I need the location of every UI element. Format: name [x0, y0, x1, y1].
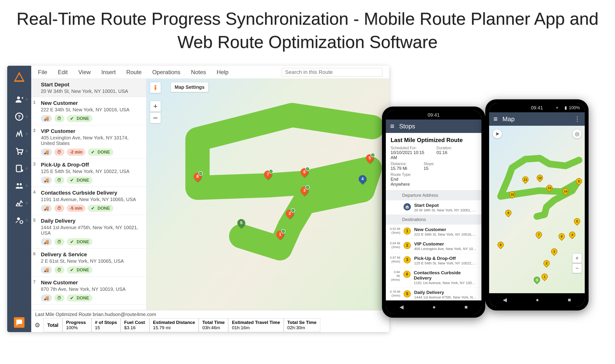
stop-item[interactable]: 2VIP Customer405 Lexington Ave, New York…: [31, 125, 146, 159]
phone2-map[interactable]: ➤ ◎ + − S1234567891011121314E: [489, 126, 585, 293]
recents-icon[interactable]: ■: [465, 304, 468, 310]
back-icon[interactable]: ◀: [503, 297, 507, 303]
map-marker-5[interactable]: 5✓: [366, 154, 374, 164]
nav-add-user-icon[interactable]: [14, 94, 25, 105]
map-marker-3[interactable]: 3✓: [301, 187, 308, 197]
nav-team-icon[interactable]: [14, 181, 25, 191]
phone-marker-8[interactable]: 8: [498, 242, 504, 250]
nav-analytics-icon[interactable]: [14, 198, 25, 208]
phone-marker-E[interactable]: E: [576, 178, 582, 186]
stop-name: Start Depot: [36, 82, 142, 88]
menu-file[interactable]: File: [38, 69, 47, 76]
phone-marker-14[interactable]: 14: [562, 188, 569, 196]
stop-address: 1191 1st Avenue, New York, NY 10065, USA: [36, 197, 142, 202]
footer-gear-icon[interactable]: ⚙: [31, 318, 43, 332]
phone-marker-6[interactable]: 6: [559, 233, 565, 241]
phone-stop-item[interactable]: 0.64 Mi(3min)2VIP Customer405 Lexington …: [386, 239, 481, 253]
phone-marker-12[interactable]: 12: [537, 175, 543, 183]
svg-text:?: ?: [18, 114, 21, 119]
delay-badge: -5 min: [67, 205, 85, 212]
vehicle-badge: 🚚: [41, 294, 52, 302]
route-meta: Scheduled For:10/10/2021 10:15 AM Durati…: [386, 146, 481, 191]
phone-marker-13[interactable]: 13: [546, 185, 553, 193]
stop-name: Pick-Up & Drop-Off: [36, 162, 142, 168]
svg-point-8: [21, 170, 23, 172]
ontime-badge: ⏱: [54, 266, 64, 273]
phone2-title: Map: [503, 116, 515, 123]
phone-marker-2[interactable]: 2: [543, 260, 550, 268]
map-marker-4[interactable]: 4: [359, 175, 366, 185]
app-logo: [13, 71, 26, 84]
phone1-stops-list[interactable]: Departure Address🏠Start Depot20 W 34th S…: [386, 191, 481, 300]
menu-edit[interactable]: Edit: [58, 69, 68, 76]
done-badge: DONE: [67, 115, 93, 122]
home-icon[interactable]: ●: [432, 304, 436, 310]
stop-item[interactable]: 4Contactless Curbside Delivery1191 1st A…: [31, 187, 146, 215]
zoom-in-button[interactable]: +: [572, 253, 582, 263]
phone-marker-S[interactable]: S: [534, 277, 540, 285]
stop-item[interactable]: 1New Customer222 E 34th St, New York, NY…: [31, 97, 146, 125]
phone-stop-item[interactable]: 🏠Start Depot20 W 34th St, New York, NY 1…: [386, 200, 481, 215]
menu-view[interactable]: View: [78, 69, 91, 76]
stop-item[interactable]: 6Delivery & Service2 E 61st St, New York…: [31, 248, 146, 277]
stop-address: 870 7th Ave, New York, NY 10019, USA: [36, 286, 142, 292]
phone-marker-10[interactable]: 10: [509, 191, 515, 199]
pegman-icon[interactable]: [150, 82, 161, 93]
map-marker-6[interactable]: 6✓: [301, 168, 308, 178]
menu-route[interactable]: Route: [126, 69, 142, 76]
svg-point-12: [20, 221, 23, 224]
overflow-icon[interactable]: ⋮: [574, 116, 580, 123]
total-label: Total: [43, 318, 62, 332]
phone-marker-11[interactable]: 11: [522, 176, 529, 184]
stop-name: New Customer: [36, 280, 142, 286]
phone-stop-item[interactable]: 0.94 Mi(4min)4Contactless Curbside Deliv…: [386, 268, 481, 287]
stop-item[interactable]: 3Pick-Up & Drop-Off125 E 54th St, New Yo…: [31, 159, 146, 187]
menu-notes[interactable]: Notes: [191, 69, 206, 76]
map-marker-8[interactable]: 8✓: [194, 173, 201, 183]
stop-item[interactable]: 7New Customer870 7th Ave, New York, NY 1…: [31, 277, 146, 305]
stops-list[interactable]: Start Depot20 W 34th St, New York, NY 10…: [31, 79, 147, 310]
phone-stop-item[interactable]: 0.78 Mi(3min)5Daily Delivery1444 1st Ave…: [386, 287, 481, 300]
search-input[interactable]: [282, 68, 383, 77]
phone-marker-3[interactable]: 3: [551, 248, 557, 257]
web-map[interactable]: Map Settings + − S1✓2✓3✓45✓6✓7✓8✓: [147, 79, 389, 310]
map-marker-2[interactable]: 2✓: [286, 210, 294, 220]
zoom-out-button[interactable]: −: [150, 112, 161, 123]
map-marker-S[interactable]: S: [237, 219, 245, 229]
phone1-header: ≡ Stops: [386, 119, 481, 133]
zoom-out-button[interactable]: −: [572, 263, 582, 273]
map-settings-button[interactable]: Map Settings: [171, 82, 208, 92]
map-marker-7[interactable]: 7✓: [264, 171, 272, 181]
nav-user-settings-icon[interactable]: [14, 215, 25, 226]
back-icon[interactable]: ◀: [399, 304, 404, 310]
phone-marker-4[interactable]: 4: [569, 232, 575, 240]
menu-operations[interactable]: Operations: [152, 69, 180, 76]
menu-help[interactable]: Help: [217, 69, 229, 76]
phone-marker-9[interactable]: 9: [505, 210, 511, 218]
recents-icon[interactable]: ■: [568, 297, 571, 303]
menu-insert[interactable]: Insert: [101, 69, 116, 76]
phone-stop-item[interactable]: 0.52 Mi(3min)1New Customer222 E 34th St,…: [386, 225, 481, 239]
stop-address: 405 Lexington Ave, New York, NY 10174, U…: [36, 135, 142, 146]
hamburger-icon[interactable]: ≡: [493, 115, 498, 123]
stop-item[interactable]: 5Daily Delivery1444 1st Avenue #75th, Ne…: [31, 215, 146, 248]
phone-marker-5[interactable]: 5: [574, 218, 580, 226]
phone-marker-7[interactable]: 7: [536, 232, 542, 240]
nav-routes-icon[interactable]: [14, 129, 25, 139]
phone1-statusbar: 09:41: [386, 110, 481, 119]
nav-addressbook-icon[interactable]: [14, 163, 25, 174]
total-cell: # of Stops15: [91, 318, 121, 332]
phone-marker-1[interactable]: 1: [542, 273, 548, 282]
phone1-title: Stops: [399, 123, 415, 130]
nav-orders-icon[interactable]: [14, 146, 25, 156]
home-icon[interactable]: ●: [536, 297, 539, 303]
nav-chat-icon[interactable]: [14, 317, 25, 328]
zoom-in-button[interactable]: +: [150, 101, 161, 112]
map-marker-1[interactable]: 1✓: [276, 231, 284, 241]
hamburger-icon[interactable]: ≡: [390, 122, 395, 130]
vehicle-badge: 🚚: [41, 205, 52, 212]
svg-point-11: [17, 217, 20, 220]
stop-item[interactable]: Start Depot20 W 34th St, New York, NY 10…: [31, 79, 146, 97]
phone-stop-item[interactable]: 0.87 Mi(4min)3Pick-Up & Drop-Off125 E 54…: [386, 253, 481, 268]
nav-help-icon[interactable]: ?: [14, 111, 25, 122]
